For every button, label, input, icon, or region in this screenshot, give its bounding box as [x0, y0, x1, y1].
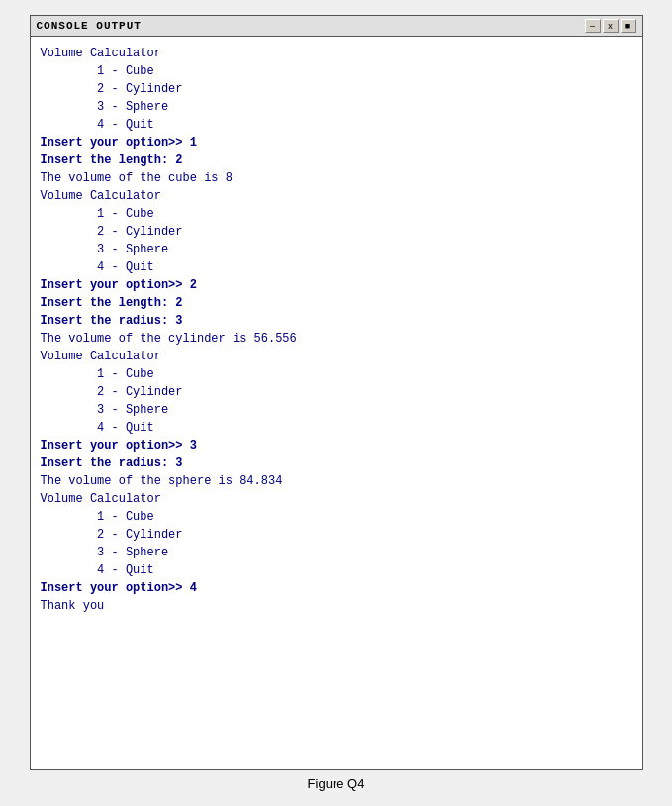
console-output: Volume Calculator 1 - Cube 2 - Cylinder … [31, 37, 642, 769]
console-line: 2 - Cylinder [41, 383, 632, 401]
console-line: 2 - Cylinder [41, 80, 632, 98]
console-line: 2 - Cylinder [41, 223, 632, 241]
console-line: Volume Calculator [41, 348, 632, 365]
console-line: 3 - Sphere [41, 241, 632, 258]
console-line: Insert your option>> 3 [41, 437, 632, 454]
console-line: 3 - Sphere [41, 98, 632, 116]
console-line: Insert the radius: 3 [41, 454, 632, 472]
console-line: 1 - Cube [41, 62, 632, 80]
console-line: Insert your option>> 1 [41, 134, 632, 151]
console-line: Insert the length: 2 [41, 151, 632, 169]
title-bar-buttons: – x ■ [585, 19, 636, 33]
console-line: Volume Calculator [41, 490, 632, 508]
console-line: Insert the radius: 3 [41, 312, 632, 330]
console-line: Volume Calculator [41, 187, 632, 205]
maximize-button[interactable]: ■ [621, 19, 636, 33]
console-line: 1 - Cube [41, 205, 632, 223]
figure-caption: Figure Q4 [308, 776, 365, 791]
console-line: 2 - Cylinder [41, 526, 632, 544]
console-line: The volume of the cube is 8 [41, 169, 632, 187]
console-line: 4 - Quit [41, 419, 632, 437]
console-line: Insert your option>> 4 [41, 579, 632, 597]
title-bar-text: CONSOLE OUTPUT [37, 20, 142, 32]
console-line: Insert your option>> 2 [41, 276, 632, 294]
title-bar: CONSOLE OUTPUT – x ■ [31, 16, 642, 37]
console-line: The volume of the sphere is 84.834 [41, 472, 632, 490]
console-line: The volume of the cylinder is 56.556 [41, 330, 632, 348]
console-line: 4 - Quit [41, 258, 632, 276]
close-button[interactable]: x [603, 19, 619, 33]
console-line: Insert the length: 2 [41, 294, 632, 312]
minimize-button[interactable]: – [585, 19, 601, 33]
console-line: 1 - Cube [41, 508, 632, 526]
console-line: 4 - Quit [41, 116, 632, 134]
console-line: Volume Calculator [41, 45, 632, 62]
console-line: 1 - Cube [41, 365, 632, 383]
console-line: 4 - Quit [41, 561, 632, 579]
console-line: 3 - Sphere [41, 544, 632, 561]
console-line: 3 - Sphere [41, 401, 632, 419]
console-line: Thank you [41, 597, 632, 615]
console-window: CONSOLE OUTPUT – x ■ Volume Calculator 1… [30, 15, 643, 770]
